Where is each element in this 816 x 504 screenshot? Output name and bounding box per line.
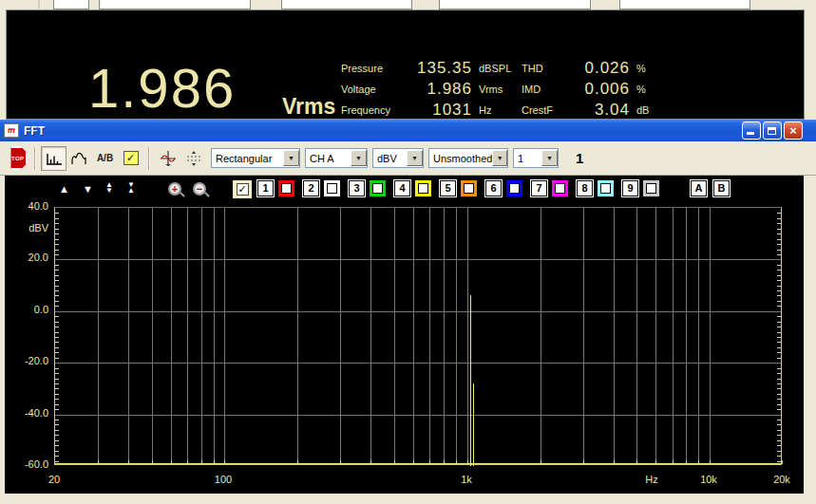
scale-select[interactable]: dBV ▼ — [372, 148, 424, 168]
ab-compare-button[interactable]: A/B — [92, 146, 118, 171]
overlay-button-B[interactable]: B — [713, 180, 730, 196]
smoothing-value: Unsmoothed — [433, 153, 492, 164]
dropdown-arrow-icon[interactable]: ▼ — [492, 150, 507, 166]
fft-window-title: FFT — [24, 124, 45, 138]
reading-value: 135.35 — [402, 59, 472, 78]
setup-button[interactable]: ✓ — [118, 146, 143, 171]
maximize-icon — [768, 127, 776, 135]
axis-tick-y — [777, 404, 781, 405]
reading-label: Voltage — [341, 84, 402, 95]
dropdown-arrow-icon[interactable]: ▼ — [351, 150, 367, 166]
axis-tick-y — [777, 239, 781, 240]
gridline-y — [55, 311, 781, 312]
gridline-x — [413, 208, 414, 464]
overlay-button-9[interactable]: 9 — [622, 180, 638, 196]
axis-tick-y — [55, 352, 59, 353]
dropdown-arrow-icon[interactable]: ▼ — [407, 150, 423, 166]
overlay-button-5[interactable]: 5 — [440, 180, 456, 196]
overlay-button-3[interactable]: 3 — [349, 180, 365, 196]
maximize-button[interactable] — [763, 121, 782, 140]
axis-tick-y — [55, 275, 59, 276]
x-axis-unit-label: Hz — [645, 474, 657, 485]
signal-generator-button[interactable] — [180, 146, 206, 171]
channel-select[interactable]: CH A ▼ — [305, 148, 368, 168]
dropdown-arrow-icon[interactable]: ▼ — [283, 150, 299, 166]
axis-tick-y — [777, 306, 781, 307]
overlay-color-swatch-6[interactable] — [506, 180, 522, 196]
axis-tick-y — [55, 250, 59, 251]
time-record-button[interactable] — [66, 146, 92, 171]
overlay-button-7[interactable]: 7 — [531, 180, 547, 196]
smoothing-select[interactable]: Unsmoothed ▼ — [428, 148, 508, 168]
minimize-button[interactable] — [742, 121, 761, 140]
y-tick-label: -20.0 — [7, 355, 48, 366]
axis-tick-y — [55, 440, 59, 441]
arrow-up-icon: ▲ — [127, 188, 135, 194]
scroll-up-icon[interactable]: ▲ — [59, 183, 69, 195]
window-function-select[interactable]: Rectangular ▼ — [211, 148, 300, 168]
gridline-x — [686, 208, 687, 464]
overlay-color-swatch-2[interactable] — [324, 180, 340, 196]
x-tick-label: 20 — [48, 474, 60, 485]
axis-tick-y — [777, 358, 781, 359]
overlay-button-A[interactable]: A — [691, 180, 707, 196]
scroll-down-icon[interactable]: ▼ — [83, 183, 93, 195]
axis-tick-y — [55, 424, 59, 425]
gridline-x — [636, 208, 637, 464]
compress-range-icon[interactable]: ▼▲ — [127, 182, 135, 193]
overlay-color-swatch-9[interactable] — [643, 180, 659, 196]
overlay-color-swatch-4[interactable] — [415, 180, 431, 196]
overlay-color-swatch-1[interactable] — [278, 180, 294, 196]
expand-range-icon[interactable]: ▲▼ — [105, 182, 113, 193]
stop-button[interactable]: STOP — [4, 146, 28, 170]
axis-tick-y — [55, 270, 59, 271]
axis-tick-y — [55, 233, 59, 234]
crosshair-wave-icon — [159, 150, 178, 167]
overlay-button-2[interactable]: 2 — [303, 180, 319, 196]
overlay-button-4[interactable]: 4 — [394, 180, 410, 196]
axis-tick-y — [777, 424, 781, 425]
minimize-icon — [747, 132, 754, 135]
overlay-color-swatch-5[interactable] — [461, 180, 477, 196]
axis-tick-y — [55, 229, 59, 230]
axis-tick-y — [777, 316, 781, 317]
spectrum-plot[interactable] — [54, 207, 782, 465]
x-tick-label: 10k — [700, 474, 717, 485]
oscilloscope-button[interactable] — [155, 146, 180, 171]
cutoff-field — [53, 0, 89, 9]
toolbar-separator — [34, 147, 36, 170]
fft-titlebar[interactable]: fft FFT × — [0, 120, 816, 141]
overlay-color-swatch-8[interactable] — [598, 180, 614, 196]
overlay-color-swatch-7[interactable] — [552, 180, 568, 196]
cutoff-field — [439, 0, 591, 9]
gridline-x — [98, 208, 99, 464]
gridline-x — [171, 208, 172, 464]
waveform-shape-icon — [70, 151, 89, 166]
overlay-color-swatch-3[interactable] — [370, 180, 386, 196]
axis-tick-y — [777, 399, 781, 400]
axis-tick-y — [55, 456, 59, 457]
reading-unit: % — [630, 63, 658, 74]
gridline-x — [710, 208, 711, 464]
gridline-y — [55, 259, 781, 260]
overlay-button-1[interactable]: 1 — [257, 180, 274, 196]
dropdown-arrow-icon[interactable]: ▼ — [541, 150, 558, 166]
spectrum-spike — [470, 295, 471, 466]
close-button[interactable]: × — [784, 121, 803, 140]
zoom-out-icon[interactable]: − — [193, 182, 206, 196]
main-curve-checkbox[interactable]: ✓ — [233, 180, 252, 198]
spectrum-view-button[interactable] — [41, 146, 66, 171]
axis-tick-y — [777, 295, 781, 296]
y-tick-label: 0.0 — [7, 304, 48, 315]
gridline-x — [224, 208, 225, 464]
x-tick-label: 1k — [461, 474, 472, 485]
axis-tick-y — [55, 290, 59, 291]
fft-app-icon: fft — [4, 123, 19, 138]
reading-label: IMD — [522, 84, 567, 95]
overlay-button-8[interactable]: 8 — [577, 180, 593, 196]
overlay-button-6[interactable]: 6 — [485, 180, 502, 196]
axis-tick-y — [777, 368, 781, 369]
axis-tick-y — [55, 430, 59, 431]
averages-select[interactable]: 1 ▼ — [513, 148, 559, 168]
zoom-in-icon[interactable]: + — [168, 182, 181, 196]
